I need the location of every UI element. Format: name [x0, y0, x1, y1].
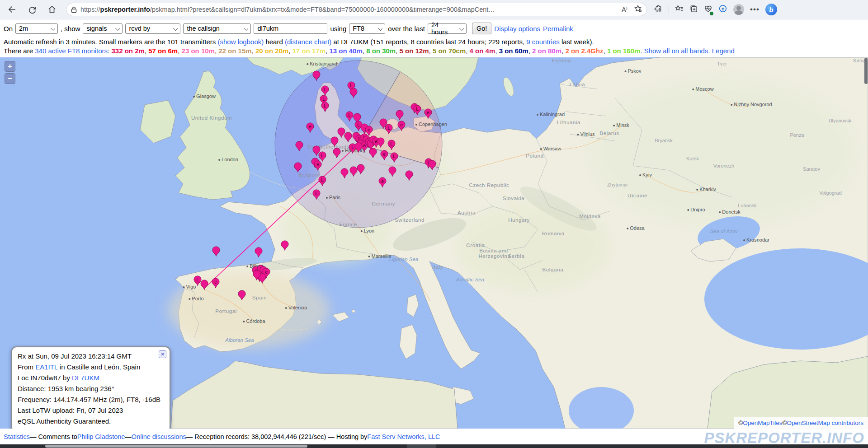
link[interactable]: 340 active FT8 monitors	[35, 47, 108, 55]
link[interactable]: EA1ITL	[35, 363, 57, 371]
map-marker[interactable]	[428, 160, 436, 171]
map-marker[interactable]	[354, 142, 363, 153]
popup-close-icon[interactable]: ✕	[159, 350, 166, 358]
direction-select[interactable]: rcvd by	[125, 23, 180, 34]
ie-mode-icon[interactable]: e	[718, 4, 727, 15]
control-panel: On 2m , show signals rcvd by the callsig…	[0, 19, 868, 57]
link[interactable]: (show logbook)	[218, 38, 264, 46]
url-text[interactable]: https://pskreporter.info/pskmap.html?pre…	[80, 6, 618, 13]
map-marker[interactable]: e	[306, 122, 314, 133]
band-select[interactable]: 2m	[15, 23, 58, 34]
map-marker[interactable]	[312, 70, 321, 81]
link[interactable]: Philip Gladstone	[77, 433, 125, 440]
collections-icon[interactable]	[689, 5, 698, 15]
link[interactable]: Online discussions	[132, 433, 186, 440]
map-marker[interactable]	[349, 88, 358, 98]
bing-discover-icon[interactable]: b	[765, 4, 777, 15]
address-bar[interactable]: https://pskreporter.info/pskmap.html?pre…	[66, 3, 647, 16]
text: — Reception records: 38,002,944,446 (221…	[186, 433, 368, 440]
show-what-select[interactable]: signals	[83, 23, 123, 34]
home-icon[interactable]	[44, 2, 60, 17]
text: — Comments to	[30, 433, 77, 440]
mode-select[interactable]: FT8	[349, 23, 385, 34]
callsign-mode-select[interactable]: the callsign	[183, 23, 251, 34]
map-marker[interactable]	[377, 137, 385, 148]
popup-line: Frequency: 144.174.457 MHz (2m), FT8, -1…	[18, 394, 164, 405]
map-marker[interactable]	[333, 148, 341, 159]
map-marker[interactable]	[255, 247, 263, 258]
map[interactable]: KristiansandGlasgowUnited KingdomLondonT…	[0, 57, 868, 429]
link[interactable]: DL7UKM	[72, 374, 99, 382]
map-marker[interactable]: L	[321, 102, 329, 112]
map-marker[interactable]	[200, 280, 208, 290]
lock-icon[interactable]	[71, 6, 77, 13]
svg-text:e: e	[214, 280, 217, 285]
back-icon[interactable]	[5, 2, 20, 17]
extensions-icon[interactable]	[654, 5, 663, 15]
map-marker[interactable]: e	[314, 160, 322, 171]
map-marker[interactable]	[295, 141, 303, 152]
zoom-out-button[interactable]: −	[5, 73, 15, 84]
link[interactable]: Show all on all bands.	[644, 47, 710, 55]
text: 5 on 12m	[400, 47, 429, 55]
map-marker[interactable]: e	[397, 121, 406, 131]
toolbar-separator	[669, 5, 669, 14]
text: —	[125, 433, 132, 440]
zoom-in-button[interactable]: +	[5, 61, 15, 72]
map-marker[interactable]: e	[378, 177, 387, 188]
callsign-input[interactable]: dl7ukm	[254, 23, 327, 34]
map-marker[interactable]: e	[424, 108, 432, 119]
map-marker[interactable]	[238, 290, 246, 301]
link[interactable]: (distance chart)	[285, 38, 331, 46]
map-marker[interactable]: L	[385, 124, 393, 135]
link[interactable]: Statistics	[4, 433, 30, 440]
link[interactable]: OpenMapTiles	[743, 420, 782, 426]
map-marker[interactable]: L	[318, 176, 326, 187]
read-aloud-icon[interactable]: A⁾	[622, 6, 627, 13]
map-marker[interactable]	[388, 166, 396, 177]
map-marker[interactable]	[405, 170, 413, 181]
map-marker[interactable]	[294, 162, 302, 173]
text: 5 on 70cm	[433, 47, 466, 55]
text: ,	[495, 47, 499, 55]
map-marker[interactable]	[253, 270, 261, 281]
map-marker[interactable]: L	[312, 189, 321, 200]
horizontal-scrollbar-thumb[interactable]	[45, 445, 307, 448]
link[interactable]: 9 countries	[526, 38, 559, 46]
map-marker[interactable]	[344, 132, 352, 143]
map-marker[interactable]	[212, 246, 220, 257]
link[interactable]: OpenStreetMap contributors	[787, 420, 863, 426]
map-marker[interactable]: e	[212, 278, 220, 289]
profile-avatar[interactable]	[733, 4, 744, 15]
link[interactable]: Fast Serv Networks, LLC	[367, 433, 440, 440]
map-marker[interactable]	[369, 148, 377, 159]
map-marker[interactable]: e	[380, 150, 388, 161]
text: 22 on 15m	[218, 47, 251, 55]
display-options-link[interactable]: Display options	[494, 25, 540, 33]
link[interactable]: Legend	[712, 47, 735, 55]
map-attribution: © OpenMapTiles © OpenStreetMap contribut…	[734, 417, 868, 429]
text: 57 on 6m	[148, 47, 178, 55]
refresh-icon[interactable]	[24, 2, 40, 17]
map-marker[interactable]	[340, 168, 349, 179]
svg-text:L: L	[350, 83, 353, 88]
svg-text:e: e	[383, 152, 386, 157]
map-marker[interactable]: L	[387, 140, 396, 150]
permalink-link[interactable]: Permalink	[543, 25, 573, 33]
map-marker[interactable]: L	[390, 152, 398, 163]
go-button[interactable]: Go!	[472, 23, 491, 34]
map-marker[interactable]	[281, 240, 289, 251]
map-marker[interactable]	[357, 164, 365, 175]
text: in Castille and León, Spain	[58, 363, 141, 371]
text: 1 on 160m	[607, 47, 640, 55]
map-marker[interactable]: L	[345, 111, 354, 122]
svg-text:e: e	[427, 110, 429, 115]
map-marker[interactable]	[396, 110, 404, 121]
settings-menu-icon[interactable]: •••	[750, 5, 760, 14]
map-marker[interactable]: L	[413, 105, 421, 116]
timerange-select[interactable]: 24 hours	[428, 23, 467, 34]
vertical-scrollbar-thumb[interactable]	[864, 58, 868, 84]
favorite-star-icon[interactable]	[634, 5, 642, 14]
favorites-bar-icon[interactable]	[675, 5, 684, 15]
browser-essentials-icon[interactable]	[704, 5, 712, 15]
